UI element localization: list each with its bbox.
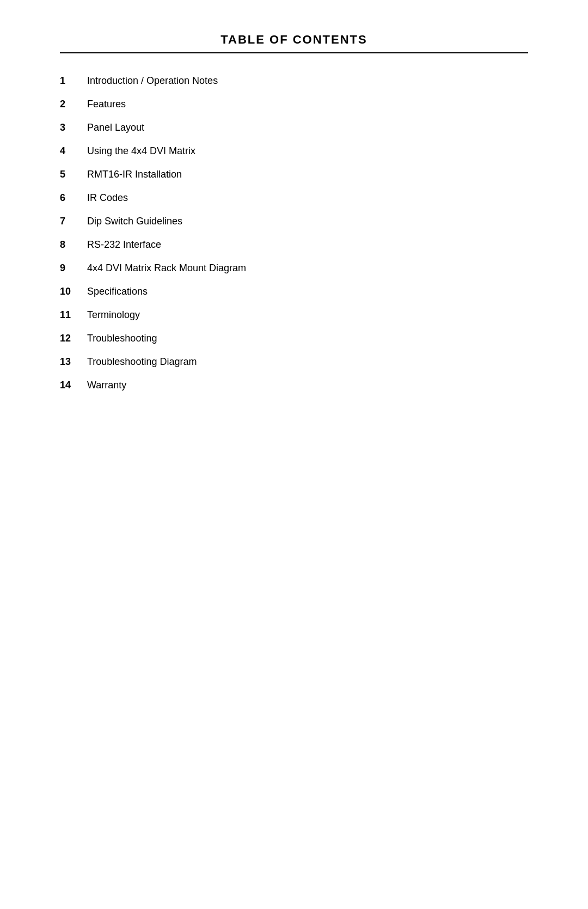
toc-item: 3Panel Layout [60, 122, 528, 133]
toc-label: Panel Layout [87, 122, 144, 133]
toc-number: 1 [60, 75, 87, 87]
toc-item: 14Warranty [60, 380, 528, 391]
toc-number: 2 [60, 99, 87, 110]
page-container: TABLE OF CONTENTS 1Introduction / Operat… [60, 0, 528, 403]
toc-item: 13Troubleshooting Diagram [60, 356, 528, 368]
toc-label: Features [87, 99, 126, 110]
toc-label: Terminology [87, 309, 140, 321]
toc-number: 10 [60, 286, 87, 297]
toc-number: 11 [60, 309, 87, 321]
toc-item: 1Introduction / Operation Notes [60, 75, 528, 87]
toc-item: 8RS-232 Interface [60, 239, 528, 251]
toc-number: 6 [60, 192, 87, 204]
toc-number: 4 [60, 145, 87, 157]
toc-label: IR Codes [87, 192, 128, 204]
toc-label: Troubleshooting [87, 333, 157, 344]
toc-item: 4Using the 4x4 DVI Matrix [60, 145, 528, 157]
toc-label: Specifications [87, 286, 148, 297]
page-title: TABLE OF CONTENTS [60, 33, 528, 47]
toc-number: 12 [60, 333, 87, 344]
toc-item: 10Specifications [60, 286, 528, 297]
toc-label: Using the 4x4 DVI Matrix [87, 145, 195, 157]
toc-item: 12Troubleshooting [60, 333, 528, 344]
toc-list: 1Introduction / Operation Notes2Features… [60, 75, 528, 391]
toc-number: 3 [60, 122, 87, 133]
toc-item: 7Dip Switch Guidelines [60, 216, 528, 227]
title-section: TABLE OF CONTENTS [60, 33, 528, 53]
toc-number: 9 [60, 263, 87, 274]
toc-label: RS-232 Interface [87, 239, 161, 251]
toc-number: 5 [60, 169, 87, 180]
toc-number: 7 [60, 216, 87, 227]
toc-label: Troubleshooting Diagram [87, 356, 197, 368]
toc-item: 11Terminology [60, 309, 528, 321]
toc-item: 2Features [60, 99, 528, 110]
toc-label: Dip Switch Guidelines [87, 216, 182, 227]
toc-number: 13 [60, 356, 87, 368]
title-underline [60, 52, 528, 53]
toc-label: RMT16-IR Installation [87, 169, 182, 180]
toc-label: 4x4 DVI Matrix Rack Mount Diagram [87, 263, 246, 274]
toc-number: 14 [60, 380, 87, 391]
toc-item: 6IR Codes [60, 192, 528, 204]
toc-label: Warranty [87, 380, 126, 391]
toc-label: Introduction / Operation Notes [87, 75, 218, 87]
toc-item: 5RMT16-IR Installation [60, 169, 528, 180]
toc-number: 8 [60, 239, 87, 251]
toc-item: 94x4 DVI Matrix Rack Mount Diagram [60, 263, 528, 274]
